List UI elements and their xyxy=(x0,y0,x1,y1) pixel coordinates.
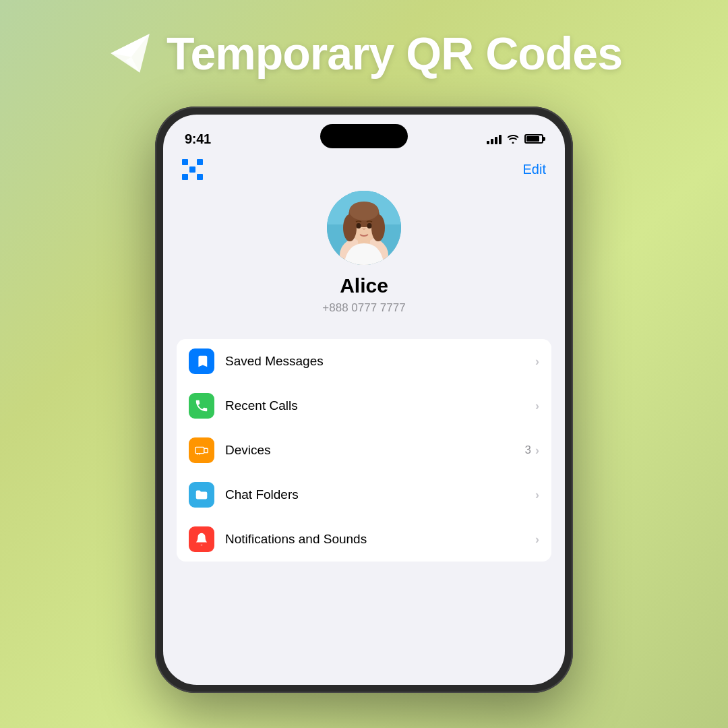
edit-button[interactable]: Edit xyxy=(523,162,546,177)
dynamic-island xyxy=(320,124,408,148)
chevron-icon: › xyxy=(535,355,539,369)
chevron-icon: › xyxy=(535,533,539,547)
menu-item-chat-folders[interactable]: Chat Folders › xyxy=(177,473,551,517)
avatar xyxy=(327,191,401,265)
svg-point-11 xyxy=(349,202,379,220)
svg-rect-15 xyxy=(204,448,208,452)
avatar-image xyxy=(327,191,401,265)
devices-label: Devices xyxy=(225,443,525,458)
battery-icon xyxy=(524,134,543,144)
menu-item-notifications[interactable]: Notifications and Sounds › xyxy=(177,517,551,562)
qr-code-icon[interactable] xyxy=(182,159,203,180)
svg-point-12 xyxy=(357,223,361,229)
notifications-label: Notifications and Sounds xyxy=(225,532,535,547)
svg-point-9 xyxy=(343,214,357,241)
status-icons xyxy=(487,133,543,144)
menu-list: Saved Messages › Recent Calls › Devices … xyxy=(177,339,551,562)
devices-icon xyxy=(189,437,214,463)
saved-messages-icon xyxy=(189,348,214,374)
recent-calls-label: Recent Calls xyxy=(225,398,535,413)
phone-screen: 9:41 xyxy=(163,115,565,685)
page-title: Temporary QR Codes xyxy=(166,27,622,80)
svg-point-13 xyxy=(367,223,372,229)
chat-folders-icon xyxy=(189,482,214,508)
profile-phone: +888 0777 7777 xyxy=(322,301,405,315)
recent-calls-icon xyxy=(189,393,214,419)
menu-item-recent-calls[interactable]: Recent Calls › xyxy=(177,384,551,428)
status-time: 9:41 xyxy=(185,131,211,147)
menu-item-saved-messages[interactable]: Saved Messages › xyxy=(177,339,551,384)
chevron-icon: › xyxy=(535,444,539,458)
profile-section: Edit xyxy=(163,152,565,328)
menu-item-devices[interactable]: Devices 3 › xyxy=(177,428,551,473)
top-bar: Edit xyxy=(182,159,546,180)
phone-frame: 9:41 xyxy=(155,107,573,693)
wifi-icon xyxy=(507,134,519,144)
chevron-icon: › xyxy=(535,399,539,413)
devices-badge: 3 xyxy=(525,444,531,457)
page-header: Temporary QR Codes xyxy=(106,27,622,80)
svg-point-10 xyxy=(371,214,385,241)
notifications-icon xyxy=(189,526,214,552)
signal-icon xyxy=(487,133,502,144)
profile-name: Alice xyxy=(340,274,388,297)
saved-messages-label: Saved Messages xyxy=(225,354,535,369)
chevron-icon: › xyxy=(535,488,539,502)
svg-rect-14 xyxy=(195,447,204,453)
chat-folders-label: Chat Folders xyxy=(225,487,535,502)
telegram-send-icon xyxy=(106,29,154,78)
